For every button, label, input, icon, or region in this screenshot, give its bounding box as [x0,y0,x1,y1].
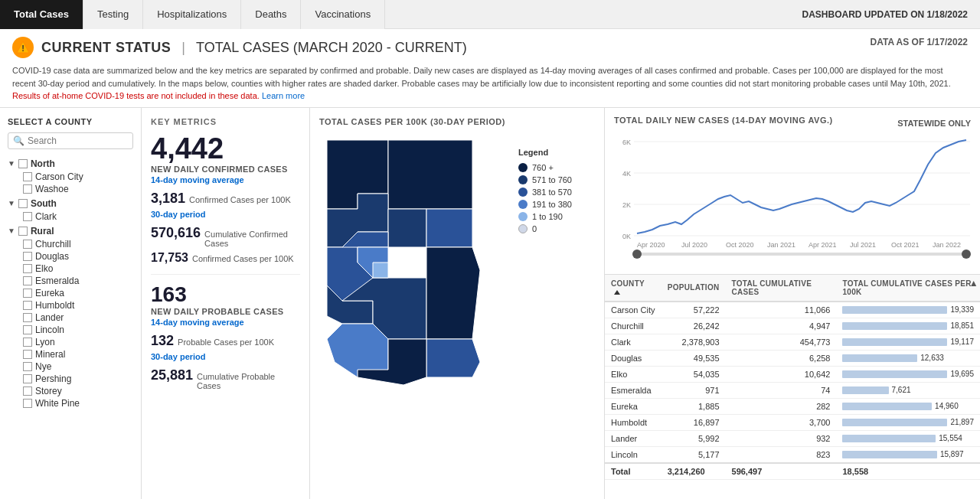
cumulative-confirmed-row: 570,616 Cumulative Confirmed Cases [151,225,300,248]
confirmed-per100k-label: Confirmed Cases per 100K [189,195,291,204]
cell-population: 16,897 [662,414,726,430]
county-elko[interactable]: Elko [8,263,133,275]
cell-per100k: 19,695 [836,366,980,382]
chart-area: TOTAL DAILY NEW CASES (14-day moving avg… [605,108,980,275]
group-south-label: South [31,198,57,209]
cell-county: Lander [605,430,662,446]
tab-deaths[interactable]: Deaths [241,0,301,29]
th-population[interactable]: POPULATION [662,275,726,302]
dashboard-updated: DASHBOARD UPDATED ON 1/18/2022 [802,9,981,20]
county-data-table: COUNTY POPULATION TOTAL CUMULATIVE CASES… [605,275,980,480]
county-esmeralda[interactable]: Esmeralda [8,275,133,287]
group-north-label: North [31,158,55,169]
cell-cases: 11,066 [726,302,837,318]
legend-item-4: 1 to 190 [518,212,572,221]
tab-vaccinations[interactable]: Vaccinations [301,0,385,29]
confirmed-daily-big: 4,442 [151,134,300,163]
key-metrics-panel: KEY METRICS 4,442 NEW DAILY CONFIRMED CA… [142,108,310,500]
cell-population: 54,035 [662,366,726,382]
county-carson-city[interactable]: Carson City [8,171,133,183]
svg-text:Jul 2020: Jul 2020 [681,241,707,249]
svg-text:4K: 4K [622,170,631,178]
legend-label-3: 191 to 380 [532,200,572,209]
cell-per100k: 21,897 [836,414,980,430]
county-humboldt[interactable]: Humboldt [8,299,133,311]
county-churchill[interactable]: Churchill [8,238,133,250]
table-area[interactable]: COUNTY POPULATION TOTAL CUMULATIVE CASES… [605,275,980,500]
cell-cases: 6,258 [726,350,837,366]
scroll-up-btn[interactable]: ▲ [969,278,978,289]
probable-per100k-label: Probable Cases per 100K [178,338,274,347]
table-row: Humboldt 16,897 3,700 21,897 [605,414,980,430]
group-rural-toggle[interactable]: ▼ Rural [8,224,133,238]
svg-text:!: ! [21,44,24,53]
county-lyon[interactable]: Lyon [8,336,133,348]
svg-marker-5 [388,209,426,247]
county-carson-city-label: Carson City [35,171,83,182]
checkbox-carson-city[interactable] [23,172,32,181]
group-north-toggle[interactable]: ▼ North [8,157,133,171]
county-washoe[interactable]: Washoe [8,183,133,195]
cell-county: Esmeralda [605,382,662,398]
cell-per100k: 19,117 [836,334,980,350]
cell-population: 49,535 [662,350,726,366]
county-white-pine[interactable]: White Pine [8,397,133,409]
probable-per100k-num: 132 [151,333,174,349]
checkbox-washoe[interactable] [23,184,32,194]
county-douglas[interactable]: Douglas [8,250,133,263]
table-row: Carson City 57,222 11,066 19,339 [605,302,980,318]
county-lincoln[interactable]: Lincoln [8,324,133,336]
cumulative-confirmed-label: Cumulative Confirmed Cases [204,230,300,248]
confirmed-daily-desc: NEW DAILY CONFIRMED CASES [151,165,300,174]
confirmed-per100k-row: 3,181 Confirmed Cases per 100K [151,191,300,207]
legend-dot-4 [518,212,528,221]
svg-point-35 [632,250,642,259]
legend-label-1: 571 to 760 [532,175,572,184]
search-input[interactable] [28,135,128,146]
table-row: Douglas 49,535 6,258 12,633 [605,350,980,366]
county-storey[interactable]: Storey [8,385,133,397]
cell-county: Humboldt [605,414,662,430]
th-county[interactable]: COUNTY [605,275,662,302]
svg-text:Oct 2021: Oct 2021 [891,241,920,249]
tab-total-cases[interactable]: Total Cases [0,0,83,29]
legend-dot-2 [518,188,528,197]
checkbox-clark[interactable] [23,212,32,221]
county-nye[interactable]: Nye [8,360,133,373]
county-eureka[interactable]: Eureka [8,287,133,299]
status-description: COVID-19 case data are summarized below … [12,64,968,103]
county-pershing[interactable]: Pershing [8,373,133,385]
county-clark-label: Clark [35,211,57,222]
tab-testing[interactable]: Testing [83,0,143,29]
svg-text:Jul 2021: Jul 2021 [850,241,876,249]
svg-text:6K: 6K [622,139,631,146]
checkbox-north[interactable] [18,159,28,168]
legend-label-4: 1 to 190 [532,212,563,221]
checkbox-south[interactable] [18,199,28,208]
total-row: Total 3,214,260 596,497 18,558 [605,463,980,480]
red-notice: Results of at-home COVID-19 tests are no… [12,91,260,100]
svg-marker-17 [373,263,388,278]
search-box[interactable]: 🔍 [8,132,133,149]
confirmed-daily-period: 14-day moving average [151,175,300,184]
th-per100k[interactable]: TOTAL CUMULATIVE CASES PER 100K ▲ [836,275,980,302]
map-legend: Legend 760 + 571 to 760 381 to 570 191 t… [518,148,572,236]
county-mineral[interactable]: Mineral [8,348,133,360]
cell-county: Elko [605,366,662,382]
chart-title: TOTAL DAILY NEW CASES (14-day moving avg… [614,116,833,125]
th-total-cases[interactable]: TOTAL CUMULATIVE CASES [726,275,837,302]
data-as-of: DATA AS OF 1/17/2022 [871,37,968,47]
county-lander[interactable]: Lander [8,311,133,324]
table-row: Churchill 26,242 4,947 18,851 [605,318,980,334]
probable-per100k-row: 132 Probable Cases per 100K [151,333,300,349]
cell-county: Churchill [605,318,662,334]
table-row: Esmeralda 971 74 7,621 [605,382,980,398]
tab-hospitalizations[interactable]: Hospitalizations [143,0,241,29]
learn-more-link[interactable]: Learn more [262,91,305,100]
current-status-label: CURRENT STATUS [41,40,171,56]
group-south-toggle[interactable]: ▼ South [8,197,133,210]
cumulative-probable-num: 25,881 [151,367,193,383]
county-clark[interactable]: Clark [8,210,133,223]
cumulative-probable-row: 25,881 Cumulative Probable Cases [151,367,300,390]
checkbox-rural[interactable] [18,227,28,236]
